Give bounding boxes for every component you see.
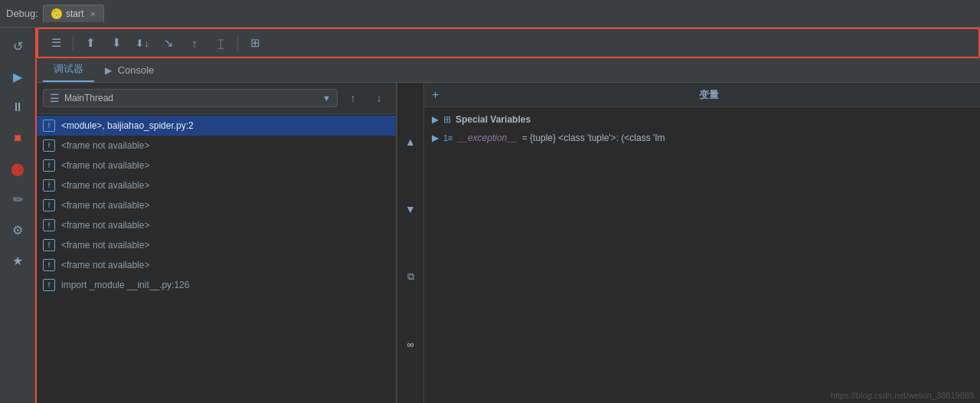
python-icon: 🐍 — [51, 8, 62, 19]
variables-panel: + 变量 ▶ ⊞ Special Variables ▶ 1≡ __except… — [424, 83, 980, 403]
cursor-button[interactable]: ⌶ — [209, 32, 232, 54]
var-type-icon: 1≡ — [443, 133, 453, 143]
url-bar: https://blog.csdn.net/weixin_38819889 — [831, 391, 974, 400]
chevron-down-icon: ▼ — [322, 93, 331, 103]
frames-panel: ☰ MainThread ▼ ↑ ↓ f <module>, baijiahao… — [37, 83, 397, 403]
frame-label: <module>, baijiahao_spider.py:2 — [61, 120, 194, 131]
frame-item[interactable]: f <frame not available> — [37, 175, 396, 195]
frame-icon: f — [43, 179, 55, 192]
frame-icon: f — [43, 239, 55, 251]
scroll-up-button[interactable]: ▲ — [400, 131, 421, 152]
frame-icon: f — [43, 120, 55, 132]
table-button[interactable]: ⊞ — [243, 32, 266, 54]
variables-list: ▶ ⊞ Special Variables ▶ 1≡ __exception__… — [424, 107, 980, 403]
edit-icon[interactable]: ✏ — [4, 185, 31, 213]
frame-label: <frame not available> — [61, 140, 149, 151]
scroll-down-button[interactable]: ▼ — [400, 198, 421, 220]
step-over-button[interactable]: ⬆ — [79, 32, 102, 54]
var-value: = {tuple} <class 'tuple'>: (<class 'Im — [522, 133, 665, 143]
step-out-button[interactable]: ⬇↓ — [131, 32, 154, 54]
frame-item[interactable]: f <frame not available> — [37, 156, 396, 175]
sep2 — [237, 35, 238, 51]
frame-icon: f — [43, 159, 55, 172]
tab-bar: Debug: 🐍 start × — [0, 0, 980, 28]
step-up-button[interactable]: ↑ — [183, 32, 206, 54]
frame-icon: f — [43, 219, 55, 231]
debug-label: Debug: — [6, 8, 38, 19]
start-tab[interactable]: 🐍 start × — [43, 5, 104, 22]
frames-toolbar: ☰ MainThread ▼ ↑ ↓ — [37, 83, 396, 114]
sidebar: ↺ ▶ ⏸ ■ ⬤ ✏ ⚙ ★ — [0, 28, 37, 403]
add-button[interactable]: + — [432, 88, 439, 102]
thread-name: MainThread — [64, 93, 113, 103]
frame-icon: f — [43, 279, 55, 291]
frames-list: f <module>, baijiahao_spider.py:2 f <fra… — [37, 114, 396, 403]
special-vars-label: Special Variables — [456, 114, 531, 125]
step-down-button[interactable]: ↘ — [157, 32, 180, 54]
menu-icon: ☰ — [50, 92, 60, 104]
sep1 — [73, 35, 74, 51]
frame-label: <frame not available> — [61, 200, 149, 211]
resume-icon[interactable]: ↺ — [4, 32, 31, 60]
frame-icon: f — [43, 259, 55, 271]
frame-label: <frame not available> — [61, 180, 149, 191]
frame-item[interactable]: f import _module __init__.py:126 — [37, 275, 396, 295]
tab-name: start — [66, 8, 83, 19]
frame-label: import _module __init__.py:126 — [61, 280, 189, 290]
pause-icon[interactable]: ⏸ — [4, 93, 31, 121]
panel-area: ☰ MainThread ▼ ↑ ↓ f <module>, baijiahao… — [37, 83, 980, 403]
content-area: ☰ ⬆ ⬇ ⬇↓ ↘ ↑ ⌶ ⊞ 调试器 ▶ Console — [37, 28, 980, 403]
settings-icon[interactable]: ⚙ — [4, 216, 31, 244]
variables-header: + 变量 — [424, 83, 980, 107]
expand-icon[interactable]: ▶ — [432, 133, 439, 143]
frame-label: <frame not available> — [61, 240, 149, 251]
thread-selector[interactable]: ☰ MainThread ▼ — [43, 89, 338, 107]
frames-down-button[interactable]: ↓ — [368, 87, 390, 109]
var-group-icon: ⊞ — [443, 114, 451, 125]
tab-debugger[interactable]: 调试器 — [43, 57, 94, 82]
pin-icon[interactable]: ★ — [4, 247, 31, 274]
tab-console[interactable]: ▶ Console — [94, 60, 165, 82]
var-group-special[interactable]: ▶ ⊞ Special Variables — [424, 110, 980, 129]
step-into-button[interactable]: ⬇ — [105, 32, 128, 54]
var-item-exception[interactable]: ▶ 1≡ __exception__ = {tuple} <class 'tup… — [424, 129, 980, 147]
frame-label: <frame not available> — [61, 220, 149, 231]
frame-item[interactable]: f <frame not available> — [37, 195, 396, 215]
frame-item[interactable]: f <frame not available> — [37, 255, 396, 275]
main-layout: ↺ ▶ ⏸ ■ ⬤ ✏ ⚙ ★ ☰ ⬆ ⬇ ⬇↓ ↘ ↑ ⌶ ⊞ 调试器 — [0, 28, 980, 403]
scroll-arrows: ▲ ▼ ⧉ ∞ — [397, 83, 424, 403]
frame-label: <frame not available> — [61, 160, 149, 171]
frame-item[interactable]: f <frame not available> — [37, 215, 396, 235]
watch-button[interactable]: ∞ — [400, 333, 421, 355]
expand-icon[interactable]: ▶ — [432, 114, 439, 125]
frame-icon: f — [43, 199, 55, 211]
tab-close-button[interactable]: × — [90, 9, 95, 18]
frames-up-button[interactable]: ↑ — [342, 87, 364, 109]
sub-tabs: 调试器 ▶ Console — [37, 58, 980, 83]
var-name: __exception__ — [458, 133, 518, 143]
frame-item[interactable]: f <frame not available> — [37, 136, 396, 156]
hamburger-button[interactable]: ☰ — [44, 32, 67, 54]
copy-button[interactable]: ⧉ — [400, 266, 421, 287]
frame-icon: f — [43, 139, 55, 152]
debug-toolbar: ☰ ⬆ ⬇ ⬇↓ ↘ ↑ ⌶ ⊞ — [37, 28, 980, 58]
frame-item[interactable]: f <frame not available> — [37, 235, 396, 255]
stop-icon[interactable]: ■ — [4, 124, 31, 152]
frame-label: <frame not available> — [61, 260, 149, 270]
variables-title: 变量 — [445, 88, 972, 102]
debug-run-icon[interactable]: ⬤ — [4, 155, 31, 182]
frame-item[interactable]: f <module>, baijiahao_spider.py:2 — [37, 116, 396, 136]
step-over-sidebar-icon[interactable]: ▶ — [4, 63, 31, 90]
